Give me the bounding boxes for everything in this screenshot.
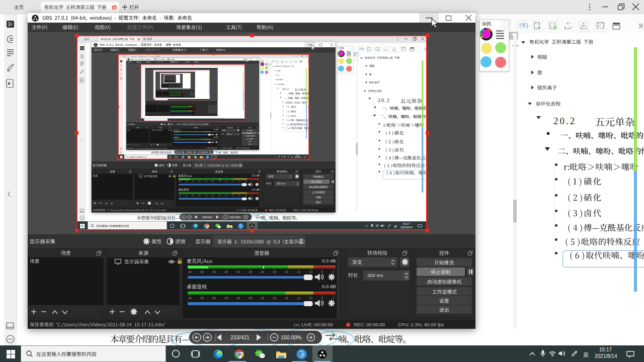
svg-text:-50: -50	[212, 296, 216, 299]
svg-text:-50: -50	[212, 270, 216, 273]
svg-text:-10: -10	[308, 270, 312, 273]
svg-text:-40: -40	[236, 296, 240, 299]
svg-text:-30: -30	[260, 270, 264, 273]
svg-text:-40: -40	[236, 270, 240, 273]
svg-text:-35: -35	[248, 270, 252, 273]
svg-text:-30: -30	[260, 296, 264, 299]
svg-text:-35: -35	[248, 296, 252, 299]
svg-text:-60: -60	[188, 270, 192, 273]
svg-text:-25: -25	[272, 296, 276, 299]
svg-text:-15: -15	[296, 296, 300, 299]
svg-text:-55: -55	[200, 296, 204, 299]
svg-text:-15: -15	[296, 270, 300, 273]
svg-text:-60: -60	[188, 296, 192, 299]
svg-text:-45: -45	[224, 296, 228, 299]
svg-text:-10: -10	[308, 296, 312, 299]
svg-text:-20: -20	[284, 270, 288, 273]
svg-text:-55: -55	[200, 270, 204, 273]
svg-text:-20: -20	[284, 296, 288, 299]
svg-text:-45: -45	[224, 270, 228, 273]
svg-text:-25: -25	[272, 270, 276, 273]
